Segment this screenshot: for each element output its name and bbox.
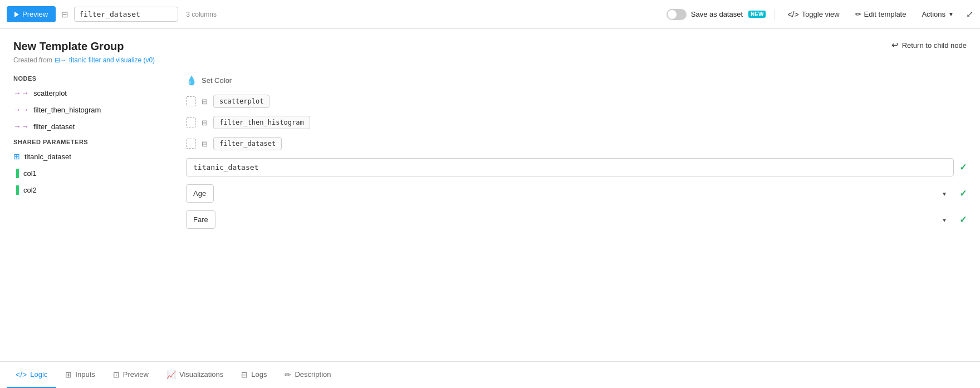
- preview-button[interactable]: Preview: [7, 6, 56, 22]
- node-name-filter-dataset: filter_dataset: [33, 122, 75, 131]
- input-row-col2: Fare ✓: [186, 210, 967, 229]
- save-as-dataset-toggle[interactable]: [667, 9, 687, 20]
- check-icon-titanic: ✓: [959, 162, 967, 173]
- node-item-scatterplot[interactable]: →→ scatterplot: [13, 89, 169, 97]
- param-name-col2: col2: [23, 186, 37, 194]
- edit-template-button[interactable]: ✏ Edit template: [852, 8, 910, 21]
- save-as-dataset-label: Save as dataset: [691, 10, 743, 18]
- set-color-row: 💧 Set Color: [186, 75, 967, 86]
- node-pill-row-filter-dataset: ⊟ filter_dataset: [186, 137, 967, 150]
- col2-select-wrap: Fare: [186, 210, 954, 229]
- toggle-view-button[interactable]: </> Toggle view: [784, 8, 842, 21]
- node-name-filter-then-histogram: filter_then_histogram: [33, 106, 101, 114]
- created-from-link[interactable]: titanic filter and visualize (v0): [69, 56, 155, 64]
- set-color-label: Set Color: [202, 76, 232, 85]
- tab-preview-label: Preview: [123, 370, 149, 379]
- input-row-col1: Age ✓: [186, 184, 967, 203]
- tab-preview[interactable]: ⊡ Preview: [104, 362, 158, 388]
- node-pill-row-scatterplot: ⊟ scatterplot: [186, 95, 967, 108]
- table-icon: ⊞: [13, 152, 20, 161]
- input-row-titanic-dataset: ✓: [186, 158, 967, 176]
- new-badge: NEW: [748, 11, 766, 18]
- node-name-input[interactable]: [74, 7, 178, 22]
- tab-logic[interactable]: </> Logic: [7, 362, 56, 388]
- toggle-knob: [668, 10, 677, 19]
- toolbar-right: Save as dataset NEW </> Toggle view ✏ Ed…: [667, 8, 973, 21]
- return-btn-label: Return to child node: [902, 41, 967, 50]
- pencil-icon: ✏: [855, 10, 861, 18]
- toolbar: Preview ⊟ 3 columns Save as dataset NEW …: [0, 0, 980, 29]
- code-icon-scatterplot: ⊟: [202, 97, 208, 106]
- col1-select[interactable]: Age: [186, 184, 214, 203]
- check-icon-col2: ✓: [959, 214, 967, 225]
- node-pill-scatterplot[interactable]: scatterplot: [213, 95, 270, 108]
- toggle-view-label: Toggle view: [802, 10, 840, 18]
- expand-target-filter-then-histogram[interactable]: [186, 117, 196, 127]
- tab-logs-label: Logs: [251, 370, 267, 379]
- param-item-col2: ▐ col2: [13, 185, 169, 194]
- node-pill-row-filter-then-histogram: ⊟ filter_then_histogram: [186, 116, 967, 129]
- bar-icon-col1: ▐: [13, 169, 19, 178]
- left-panel: NODES →→ scatterplot →→ filter_then_hist…: [13, 75, 169, 350]
- code-icon: </>: [787, 10, 798, 19]
- return-to-child-node-button[interactable]: ↩ Return to child node: [891, 40, 967, 50]
- expand-icon[interactable]: ⤢: [966, 9, 973, 19]
- param-item-titanic-dataset: ⊞ titanic_dataset: [13, 152, 169, 161]
- play-icon: [14, 12, 19, 17]
- page-title: New Template Group: [13, 40, 124, 53]
- col1-select-wrap: Age: [186, 184, 954, 203]
- param-item-col1: ▐ col1: [13, 169, 169, 178]
- created-from-prefix: Created from: [13, 56, 52, 64]
- param-name-col1: col1: [23, 169, 37, 178]
- content-area: New Template Group ↩ Return to child nod…: [0, 29, 980, 361]
- logs-icon: ⊟: [241, 370, 248, 379]
- expand-target-filter-dataset[interactable]: [186, 139, 196, 149]
- tab-description-label: Description: [295, 370, 331, 379]
- col2-select[interactable]: Fare: [186, 210, 215, 229]
- param-name-titanic-dataset: titanic_dataset: [24, 153, 71, 161]
- tab-visualizations[interactable]: 📈 Visualizations: [158, 362, 232, 388]
- node-item-filter-then-histogram[interactable]: →→ filter_then_histogram: [13, 105, 169, 114]
- right-panel: 💧 Set Color ⊟ scatterplot ⊟ filter_then_…: [169, 75, 967, 350]
- node-pill-filter-then-histogram[interactable]: filter_then_histogram: [213, 116, 310, 129]
- nodes-section-label: NODES: [13, 75, 169, 82]
- tab-logic-label: Logic: [30, 370, 47, 379]
- node-item-filter-dataset[interactable]: →→ filter_dataset: [13, 122, 169, 131]
- col-count: 3 columns: [186, 11, 217, 18]
- tab-visualizations-label: Visualizations: [179, 370, 223, 379]
- titanic-dataset-input[interactable]: [186, 158, 954, 176]
- two-col-layout: NODES →→ scatterplot →→ filter_then_hist…: [13, 75, 967, 350]
- expand-target-scatterplot[interactable]: [186, 96, 196, 106]
- chevron-down-icon: ▼: [948, 11, 954, 17]
- visualizations-icon: 📈: [166, 370, 176, 379]
- tab-description[interactable]: ✏ Description: [276, 362, 340, 388]
- arrow-icon-2: →→: [13, 105, 29, 114]
- divider: [775, 9, 775, 20]
- actions-label: Actions: [922, 10, 945, 18]
- main-content: New Template Group ↩ Return to child nod…: [0, 29, 980, 388]
- bar-icon-col2: ▐: [13, 185, 19, 194]
- code-icon-filter-dataset: ⊟: [202, 140, 208, 148]
- node-pill-filter-dataset[interactable]: filter_dataset: [213, 137, 282, 150]
- params-section-label: SHARED PARAMETERS: [13, 139, 169, 145]
- save-as-dataset-wrap: Save as dataset NEW: [667, 9, 766, 20]
- return-icon: ↩: [891, 40, 899, 50]
- preview-tab-icon: ⊡: [113, 370, 120, 379]
- node-name-scatterplot: scatterplot: [33, 89, 67, 97]
- actions-button[interactable]: Actions ▼: [918, 8, 957, 21]
- tab-logs[interactable]: ⊟ Logs: [232, 362, 276, 388]
- arrow-icon-3: →→: [13, 122, 29, 131]
- code-icon-filter-then-histogram: ⊟: [202, 119, 208, 127]
- description-icon: ✏: [285, 370, 291, 379]
- node-icon: ⊟: [61, 9, 68, 19]
- tab-inputs[interactable]: ⊞ Inputs: [56, 362, 104, 388]
- drop-icon: 💧: [186, 75, 197, 86]
- tab-inputs-label: Inputs: [75, 370, 95, 379]
- created-from-node-icon: ⊟→: [55, 56, 67, 64]
- created-from: Created from ⊟→ titanic filter and visua…: [13, 56, 967, 64]
- arrow-icon: →→: [13, 89, 29, 97]
- check-icon-col1: ✓: [959, 188, 967, 199]
- preview-label: Preview: [22, 10, 48, 18]
- logic-icon: </>: [16, 370, 27, 379]
- bottom-tabs: </> Logic ⊞ Inputs ⊡ Preview 📈 Visualiza…: [0, 361, 980, 388]
